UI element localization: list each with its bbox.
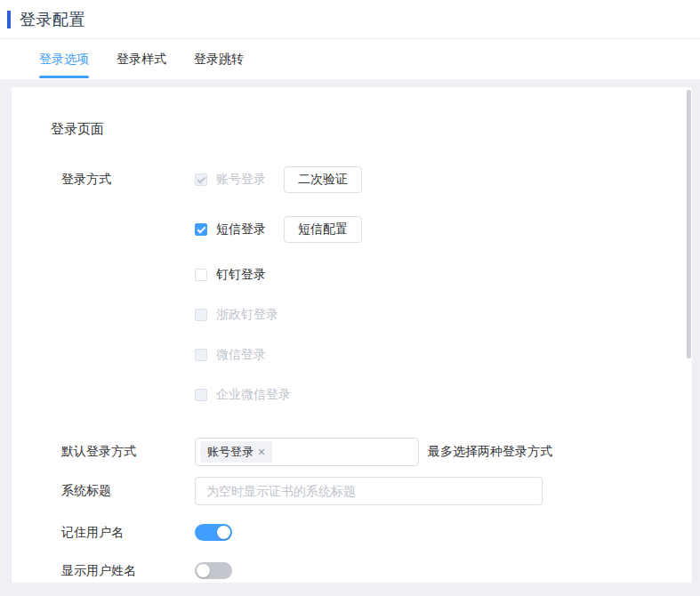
wechat-login-checkbox: [195, 349, 207, 361]
login-method-options: 账号登录 二次验证 短信登录 短信配置 钉钉登录 浙政钉登录: [195, 166, 362, 404]
checkbox-label: 账号登录: [216, 172, 266, 188]
tab-login-options[interactable]: 登录选项: [39, 39, 89, 79]
remember-username-toggle[interactable]: [195, 524, 232, 541]
wecom-login-checkbox: [195, 389, 207, 401]
field-label: 默认登录方式: [51, 444, 195, 460]
tab-bar: 登录选项 登录样式 登录跳转: [0, 39, 700, 79]
field-label: 系统标题: [51, 483, 195, 499]
field-label: 显示用户姓名: [51, 563, 195, 579]
checkbox-label: 短信登录: [216, 221, 266, 238]
dingtalk-login-checkbox[interactable]: [195, 269, 207, 281]
checkbox-label: 微信登录: [216, 347, 266, 363]
selected-tag: 账号登录 ×: [200, 441, 272, 463]
toggle-knob: [197, 564, 210, 577]
field-label: 登录方式: [51, 166, 195, 404]
form-row-show-user-name: 显示用户姓名: [51, 562, 692, 579]
form-row-login-methods: 登录方式 账号登录 二次验证 短信登录 短信配置 钉钉登录: [51, 166, 692, 404]
option-row-dingtalk-login: 钉钉登录: [195, 266, 362, 284]
form-row-remember-username: 记住用户名: [51, 524, 692, 541]
page-header: 登录配置: [0, 0, 700, 39]
tab-login-redirect[interactable]: 登录跳转: [194, 39, 244, 79]
option-row-zhezhengding-login: 浙政钉登录: [195, 306, 362, 324]
sms-config-button[interactable]: 短信配置: [284, 216, 362, 243]
option-row-sms-login: 短信登录 短信配置: [195, 216, 362, 243]
tag-close-icon[interactable]: ×: [258, 446, 265, 458]
show-user-name-toggle[interactable]: [195, 562, 232, 579]
sms-login-checkbox[interactable]: [195, 223, 207, 236]
default-method-hint: 最多选择两种登录方式: [428, 444, 552, 460]
field-label: 记住用户名: [51, 525, 195, 541]
page-title: 登录配置: [20, 9, 85, 30]
vertical-scrollbar-thumb[interactable]: [687, 90, 691, 358]
system-title-input[interactable]: [195, 477, 543, 505]
option-row-wechat-login: 微信登录: [195, 346, 362, 364]
settings-panel: 登录页面 登录方式 账号登录 二次验证 短信登录 短信配置 钉钉登录: [12, 87, 692, 583]
checkbox-label: 钉钉登录: [216, 267, 266, 283]
option-row-account-login: 账号登录 二次验证: [195, 166, 362, 193]
form-row-default-method: 默认登录方式 账号登录 × 最多选择两种登录方式: [51, 438, 692, 466]
default-method-select[interactable]: 账号登录 ×: [195, 438, 419, 466]
option-row-wecom-login: 企业微信登录: [195, 386, 362, 404]
title-accent-bar: [7, 11, 11, 28]
form-row-system-title: 系统标题: [51, 477, 692, 505]
zhezhengding-login-checkbox: [195, 309, 207, 321]
checkbox-label: 浙政钉登录: [216, 307, 278, 323]
checkbox-label: 企业微信登录: [216, 387, 291, 403]
account-login-checkbox: [195, 173, 207, 186]
toggle-knob: [217, 526, 230, 539]
secondary-verification-button[interactable]: 二次验证: [284, 166, 362, 193]
tab-login-style[interactable]: 登录样式: [117, 39, 166, 79]
section-title: 登录页面: [51, 121, 692, 138]
content-area: 登录页面 登录方式 账号登录 二次验证 短信登录 短信配置 钉钉登录: [0, 79, 700, 596]
selected-tag-label: 账号登录: [207, 444, 253, 460]
